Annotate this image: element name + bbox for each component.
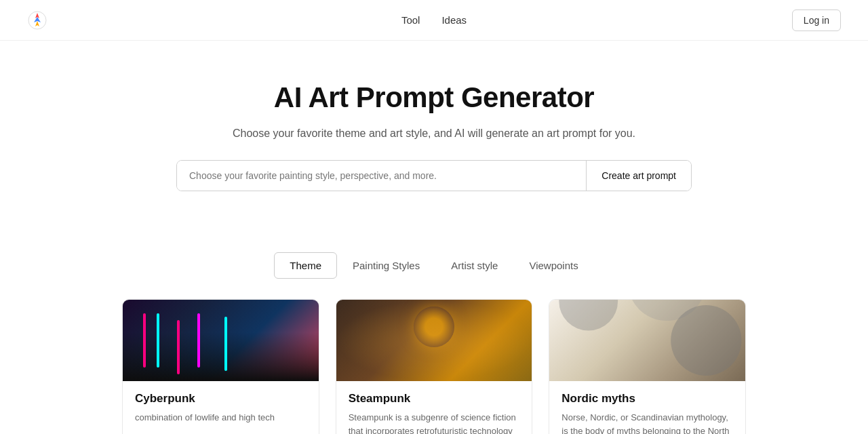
search-container: Create art prompt — [176, 160, 692, 191]
login-button[interactable]: Log in — [792, 9, 841, 31]
tab-painting-styles[interactable]: Painting Styles — [337, 252, 435, 279]
tab-viewpoints[interactable]: Viewpoints — [513, 252, 593, 279]
create-art-prompt-button[interactable]: Create art prompt — [586, 161, 691, 191]
tabs-container: Theme Painting Styles Artist style Viewp… — [0, 252, 868, 279]
hero-section: AI Art Prompt Generator Choose your favo… — [0, 41, 868, 252]
card-image-steampunk — [336, 300, 532, 381]
search-input[interactable] — [177, 161, 586, 191]
card-desc-cyberpunk: combination of lowlife and high tech — [135, 411, 307, 425]
card-body-nordic: Nordic myths Norse, Nordic, or Scandinav… — [549, 381, 745, 434]
nav-tool[interactable]: Tool — [401, 14, 420, 26]
hero-subtitle: Choose your favorite theme and art style… — [27, 127, 841, 140]
logo-icon — [27, 10, 47, 31]
card-body-cyberpunk: Cyberpunk combination of lowlife and hig… — [123, 381, 319, 434]
card-title-nordic: Nordic myths — [561, 392, 733, 406]
card-image-cyberpunk — [123, 300, 319, 381]
tab-artist-style[interactable]: Artist style — [435, 252, 513, 279]
header: Tool Ideas Log in — [0, 0, 868, 41]
card-cyberpunk[interactable]: Cyberpunk combination of lowlife and hig… — [122, 299, 319, 434]
main-nav: Tool Ideas — [401, 14, 467, 26]
card-desc-steampunk: Steampunk is a subgenre of science ficti… — [349, 411, 520, 434]
logo — [27, 10, 47, 31]
nav-ideas[interactable]: Ideas — [441, 14, 467, 26]
card-desc-nordic: Norse, Nordic, or Scandinavian mythology… — [561, 411, 733, 434]
tab-theme[interactable]: Theme — [274, 252, 337, 279]
page-title: AI Art Prompt Generator — [27, 81, 841, 114]
cards-grid: Cyberpunk combination of lowlife and hig… — [95, 299, 773, 434]
card-steampunk[interactable]: Steampunk Steampunk is a subgenre of sci… — [336, 299, 533, 434]
card-image-nordic — [549, 300, 745, 381]
card-body-steampunk: Steampunk Steampunk is a subgenre of sci… — [336, 381, 532, 434]
card-title-steampunk: Steampunk — [349, 392, 520, 406]
card-title-cyberpunk: Cyberpunk — [135, 392, 307, 406]
card-nordic-myths[interactable]: Nordic myths Norse, Nordic, or Scandinav… — [549, 299, 746, 434]
